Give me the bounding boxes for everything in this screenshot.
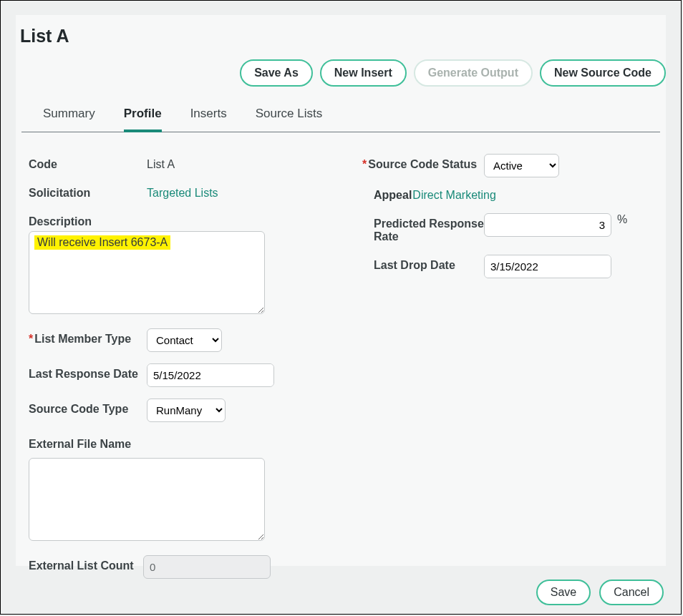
generate-output-button: Generate Output (414, 59, 533, 87)
external-file-name-label: External File Name (29, 434, 319, 451)
panel: List A Save As New Insert Generate Outpu… (16, 15, 666, 566)
external-file-name-field[interactable] (29, 458, 265, 541)
footer-actions: Save Cancel (536, 580, 664, 605)
code-label: Code (29, 154, 147, 171)
last-drop-date-field[interactable] (484, 255, 611, 278)
source-code-type-select[interactable]: RunMany (147, 399, 226, 422)
required-marker: * (29, 333, 33, 345)
action-bar: Save As New Insert Generate Output New S… (16, 54, 666, 99)
tab-bar: Summary Profile Inserts Source Lists (21, 99, 660, 132)
list-member-type-select[interactable]: Contact (147, 328, 222, 352)
tab-inserts[interactable]: Inserts (190, 99, 227, 132)
description-field[interactable] (29, 231, 265, 314)
source-code-status-select[interactable]: Active (484, 154, 559, 177)
list-member-type-label: *List Member Type (29, 328, 147, 346)
tab-profile[interactable]: Profile (124, 99, 162, 132)
save-as-button[interactable]: Save As (240, 59, 313, 87)
last-response-date-label: Last Response Date (29, 363, 147, 381)
appeal-link[interactable]: Direct Marketing (412, 189, 495, 202)
external-list-count-field (143, 555, 271, 579)
percent-unit: % (617, 213, 627, 226)
last-drop-date-label: Last Drop Date (362, 255, 484, 272)
form-area: Code List A Solicitation Targeted Lists … (16, 132, 666, 597)
last-drop-date-input[interactable] (485, 255, 611, 278)
code-value: List A (147, 154, 175, 171)
last-response-date-field[interactable] (147, 363, 274, 387)
source-code-type-label: Source Code Type (29, 399, 147, 416)
predicted-rate-label: Predicted Response Rate (362, 213, 484, 243)
source-code-status-label: *Source Code Status (362, 154, 484, 171)
new-source-code-button[interactable]: New Source Code (540, 59, 666, 87)
page-title: List A (16, 15, 666, 54)
solicitation-label: Solicitation (29, 182, 147, 200)
tab-summary[interactable]: Summary (43, 99, 95, 132)
appeal-label: Appeal (374, 189, 412, 202)
tab-source-lists[interactable]: Source Lists (256, 99, 323, 132)
required-marker: * (362, 158, 367, 170)
new-insert-button[interactable]: New Insert (320, 59, 407, 87)
predicted-rate-field[interactable] (484, 213, 611, 237)
solicitation-link[interactable]: Targeted Lists (147, 182, 218, 200)
right-column: *Source Code Status Active Appeal Direct… (362, 154, 653, 590)
save-button[interactable]: Save (536, 580, 591, 605)
cancel-button[interactable]: Cancel (599, 580, 664, 605)
description-label: Description (29, 211, 319, 228)
external-list-count-label: External List Count (29, 555, 143, 572)
last-response-date-input[interactable] (147, 364, 274, 386)
left-column: Code List A Solicitation Targeted Lists … (29, 154, 319, 590)
